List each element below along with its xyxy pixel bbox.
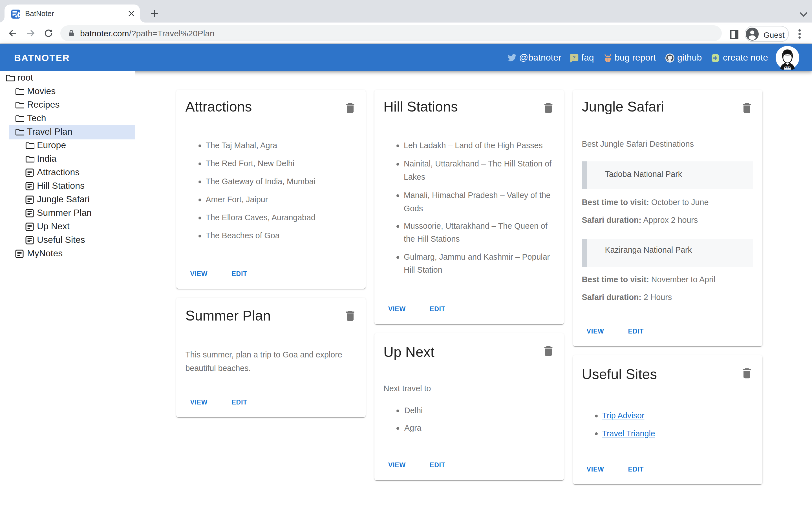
svg-text:</>: </> bbox=[784, 65, 790, 69]
svg-text:?: ? bbox=[572, 55, 576, 61]
